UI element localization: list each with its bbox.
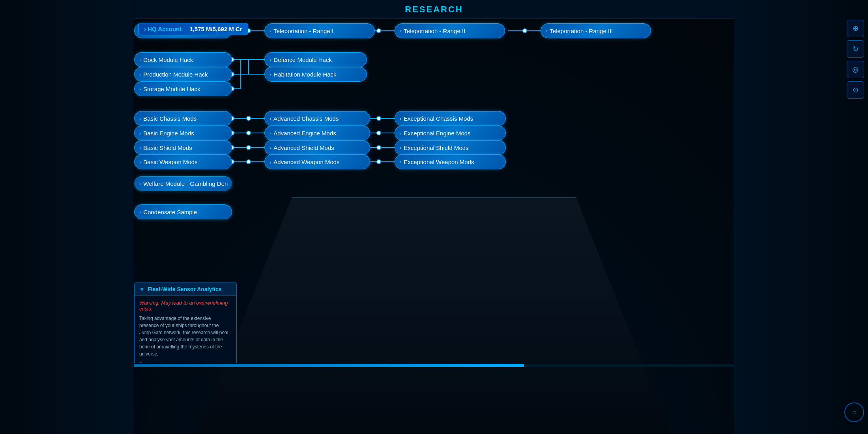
svg-point-41 — [377, 146, 381, 150]
research-tree: › Teleportation › Teleportation - Range … — [134, 19, 734, 363]
side-panel-left — [0, 0, 134, 434]
progress-bar-container — [134, 364, 734, 367]
icon-settings-button[interactable]: ⊙ — [847, 81, 864, 99]
title-bar: Research — [134, 0, 734, 19]
node-basic-engine-mods[interactable]: › Basic Engine Mods — [134, 125, 232, 140]
node-habitation-module-hack[interactable]: › Habitation Module Hack — [264, 67, 367, 82]
tooltip-description: Taking advantage of the extensive presen… — [139, 315, 232, 357]
tooltip-panel: ▼ Fleet-Wide Sensor Analytics Warning: M… — [134, 282, 237, 363]
collapse-icon: ▼ — [139, 286, 144, 292]
tooltip-body: Warning: May lead to an overwhelming cri… — [135, 296, 236, 363]
svg-point-35 — [523, 29, 527, 33]
node-basic-shield-mods[interactable]: › Basic Shield Mods — [134, 140, 232, 155]
hq-account-display[interactable]: › HQ Account 1,575 M/5,692 M Cr — [138, 23, 248, 35]
svg-point-40 — [247, 146, 251, 150]
svg-point-34 — [377, 29, 381, 33]
node-advanced-shield-mods[interactable]: › Advanced Shield Mods — [264, 140, 370, 155]
scroll-indicator-area: ○ — [844, 402, 864, 422]
node-teleportation-range-3[interactable]: › Teleportation - Range III — [541, 23, 651, 38]
node-exceptional-chassis-mods[interactable]: › Exceptional Chassis Mods — [395, 111, 506, 126]
node-storage-module-hack[interactable]: › Storage Module Hack — [134, 81, 232, 96]
right-icon-panel: ⊕ ↻ ◎ ⊙ — [847, 20, 864, 99]
svg-point-38 — [247, 131, 251, 135]
hq-label: › HQ Account — [144, 26, 181, 32]
node-basic-chassis-mods[interactable]: › Basic Chassis Mods — [134, 111, 232, 126]
node-defence-module-hack[interactable]: › Defence Module Hack — [264, 52, 367, 67]
main-content: Research › HQ Account 1,575 M/5,692 M Cr — [134, 0, 734, 434]
icon-location-button[interactable]: ◎ — [847, 61, 864, 78]
node-basic-weapon-mods[interactable]: › Basic Weapon Mods — [134, 154, 232, 169]
node-advanced-engine-mods[interactable]: › Advanced Engine Mods — [264, 125, 370, 140]
svg-point-36 — [247, 116, 251, 120]
tooltip-header[interactable]: ▼ Fleet-Wide Sensor Analytics — [135, 283, 236, 296]
hq-bar: › HQ Account 1,575 M/5,692 M Cr — [138, 23, 248, 35]
node-production-module-hack[interactable]: › Production Module Hack — [134, 67, 232, 82]
node-condensate-sample[interactable]: › Condensate Sample — [134, 204, 232, 219]
node-advanced-chassis-mods[interactable]: › Advanced Chassis Mods — [264, 111, 370, 126]
node-exceptional-weapon-mods[interactable]: › Exceptional Weapon Mods — [395, 154, 506, 169]
hq-amount: 1,575 M/5,692 M Cr — [189, 26, 242, 32]
time-label: Time required: — [139, 361, 172, 363]
progress-bar-fill — [134, 364, 524, 367]
icon-map-button[interactable]: ⊕ — [847, 20, 864, 37]
svg-point-39 — [377, 131, 381, 135]
time-row: Time required: — [139, 361, 232, 363]
svg-point-43 — [377, 160, 381, 164]
node-exceptional-shield-mods[interactable]: › Exceptional Shield Mods — [395, 140, 506, 155]
svg-point-37 — [377, 116, 381, 120]
tooltip-warning: Warning: May lead to an overwhelming cri… — [139, 300, 232, 312]
node-teleportation-range-1[interactable]: › Teleportation - Range I — [264, 23, 375, 38]
page-title: Research — [405, 4, 463, 15]
node-exceptional-engine-mods[interactable]: › Exceptional Engine Mods — [395, 125, 506, 140]
scroll-circle[interactable]: ○ — [844, 402, 864, 422]
node-dock-module-hack[interactable]: › Dock Module Hack — [134, 52, 232, 67]
svg-point-42 — [247, 160, 251, 164]
icon-nav-button[interactable]: ↻ — [847, 40, 864, 58]
node-welfare-gambling-den[interactable]: › Welfare Module - Gambling Den — [134, 176, 232, 191]
node-advanced-weapon-mods[interactable]: › Advanced Weapon Mods — [264, 154, 370, 169]
tooltip-title: Fleet-Wide Sensor Analytics — [148, 286, 222, 292]
node-teleportation-range-2[interactable]: › Teleportation - Range II — [395, 23, 505, 38]
